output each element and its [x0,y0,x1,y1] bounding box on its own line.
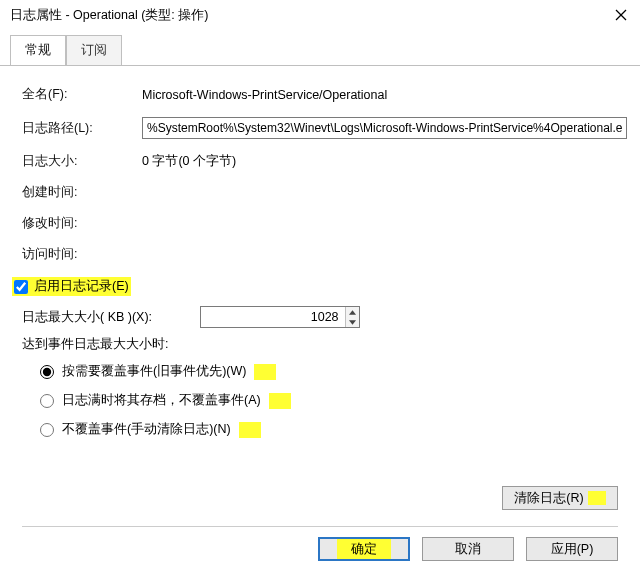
bottom-area: 清除日志(R) 确定 取消 应用(P) [0,480,640,578]
radio-archive[interactable] [40,394,54,408]
apply-label: 应用(P) [551,541,594,558]
row-enable-logging: 启用日志记录(E) [12,277,630,296]
radio-overwrite[interactable] [40,365,54,379]
highlight-box [269,393,291,409]
radio-row-archive: 日志满时将其存档，不覆盖事件(A) [40,392,630,409]
value-logsize: 0 字节(0 个字节) [142,153,630,170]
label-enable-logging: 启用日志记录(E) [34,278,129,295]
tab-general-label: 常规 [25,43,51,57]
radio-row-overwrite: 按需要覆盖事件(旧事件优先)(W) [40,363,630,380]
properties-panel: 全名(F): Microsoft-Windows-PrintService/Op… [0,66,640,438]
chevron-down-icon [349,320,356,325]
close-icon [615,9,627,21]
highlight-box [239,422,261,438]
close-button[interactable] [612,6,630,24]
window-title: 日志属性 - Operational (类型: 操作) [10,7,208,24]
input-maxsize[interactable] [201,307,344,327]
label-logpath: 日志路径(L): [22,120,142,137]
checkbox-enable-logging[interactable] [14,280,28,294]
value-fullname: Microsoft-Windows-PrintService/Operation… [142,88,630,102]
tab-subscription[interactable]: 订阅 [66,35,122,65]
highlight-box [254,364,276,380]
radio-no-overwrite[interactable] [40,423,54,437]
row-fullname: 全名(F): Microsoft-Windows-PrintService/Op… [22,86,630,103]
clear-log-label: 清除日志(R) [514,490,583,507]
highlight-box [588,491,606,505]
label-modified: 修改时间: [22,215,142,232]
spinner-buttons [345,307,360,327]
row-logpath: 日志路径(L): [22,117,630,139]
chevron-up-icon [349,310,356,315]
label-fullname: 全名(F): [22,86,142,103]
tab-subscription-label: 订阅 [81,43,107,57]
tab-general[interactable]: 常规 [10,35,66,65]
label-created: 创建时间: [22,184,142,201]
label-radio-no-overwrite: 不覆盖事件(手动清除日志)(N) [62,421,231,438]
svg-marker-2 [349,310,356,314]
spinner-maxsize[interactable] [200,306,360,328]
row-created: 创建时间: [22,184,630,201]
spinner-down[interactable] [346,317,360,327]
cancel-button[interactable]: 取消 [422,537,514,561]
input-logpath[interactable] [142,117,627,139]
row-maxsize: 日志最大大小( KB )(X): [22,306,630,328]
label-radio-archive: 日志满时将其存档，不覆盖事件(A) [62,392,261,409]
tabs: 常规 订阅 [0,34,640,65]
ok-label: 确定 [337,539,391,559]
row-accessed: 访问时间: [22,246,630,263]
row-logsize: 日志大小: 0 字节(0 个字节) [22,153,630,170]
radio-group-whenmax: 按需要覆盖事件(旧事件优先)(W) 日志满时将其存档，不覆盖事件(A) 不覆盖事… [40,363,630,438]
clear-row: 清除日志(R) [0,486,640,510]
row-modified: 修改时间: [22,215,630,232]
cancel-label: 取消 [455,541,481,558]
apply-button[interactable]: 应用(P) [526,537,618,561]
label-logsize: 日志大小: [22,153,142,170]
clear-log-button[interactable]: 清除日志(R) [502,486,618,510]
ok-button[interactable]: 确定 [318,537,410,561]
svg-marker-3 [349,320,356,324]
label-accessed: 访问时间: [22,246,142,263]
label-whenmax: 达到事件日志最大大小时: [22,336,630,353]
titlebar: 日志属性 - Operational (类型: 操作) [0,0,640,30]
label-radio-overwrite: 按需要覆盖事件(旧事件优先)(W) [62,363,246,380]
label-maxsize: 日志最大大小( KB )(X): [22,309,152,326]
divider [22,526,618,527]
spinner-up[interactable] [346,307,360,317]
action-row: 确定 取消 应用(P) [0,537,640,561]
radio-row-no-overwrite: 不覆盖事件(手动清除日志)(N) [40,421,630,438]
